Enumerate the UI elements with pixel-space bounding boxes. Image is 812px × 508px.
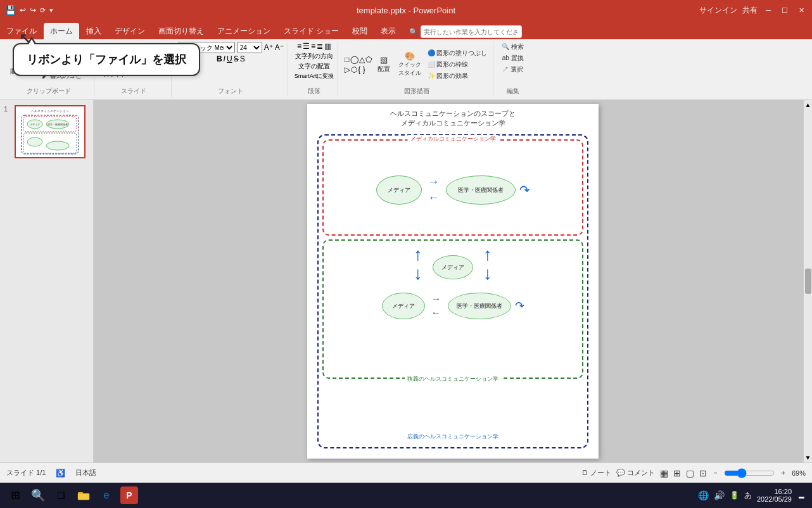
clock: 16:20 <box>757 488 792 495</box>
replace-button[interactable]: ab 置換 <box>500 53 526 63</box>
reading-view-button[interactable]: ▢ <box>686 468 694 478</box>
svg-text:医学・医療関係者: 医学・医療関係者 <box>48 123 68 126</box>
arrow-right-2: → <box>431 293 441 305</box>
arrow-left-1: ← <box>428 191 440 205</box>
accessibility-icon[interactable]: ♿ <box>56 469 65 478</box>
ribbon-tabs: ファイル ホーム 挿入 デザイン 画面切り替え アニメーション スライド ショー… <box>0 20 812 39</box>
right-scrollbar[interactable]: ▲ ▼ <box>803 100 812 462</box>
tab-transitions[interactable]: 画面切り替え <box>152 23 210 39</box>
slides-label: スライド <box>121 87 146 97</box>
task-view-button[interactable]: ❑ <box>52 486 70 504</box>
tab-review[interactable]: 校閲 <box>346 23 374 39</box>
shape-outline-button[interactable]: ⬜ 図形の枠線 <box>426 60 490 70</box>
minimize-button[interactable]: ─ <box>763 4 774 16</box>
justify-button[interactable]: ≣ <box>317 42 323 51</box>
close-button[interactable]: ✕ <box>796 4 807 16</box>
notes-button[interactable]: 🗒 ノート <box>581 468 611 478</box>
normal-view-button[interactable]: ▦ <box>660 468 668 478</box>
taskbar-right: 🌐 🔊 🔋 あ 16:20 2022/05/29 🗕 <box>698 488 806 503</box>
align-right-button[interactable]: ≡ <box>311 42 315 51</box>
ime-indicator[interactable]: あ <box>744 490 752 501</box>
redo-icon[interactable]: ↪ <box>30 6 36 15</box>
media-ellipse-3: メディア <box>382 293 425 319</box>
align-center-button[interactable]: ☰ <box>303 42 310 51</box>
arrow-left-2: ← <box>431 307 441 319</box>
slide-title: ヘルスコミュニケーションのスコープと メディカルコミュニケーション学 <box>307 104 599 131</box>
tab-animations[interactable]: アニメーション <box>211 23 277 39</box>
tab-slideshow[interactable]: スライド ショー <box>277 23 345 39</box>
drawing-label: 図形描画 <box>404 87 429 97</box>
italic-button[interactable]: I <box>224 54 225 63</box>
tab-home[interactable]: ホーム <box>44 23 79 39</box>
maximize-button[interactable]: ☐ <box>779 4 790 16</box>
window-title: template.pptx - PowerPoint <box>357 6 455 15</box>
arrow-down-2: ↓ <box>483 265 492 283</box>
callout-tooltip: ↖ リボンより「ファイル」を選択 <box>13 43 200 76</box>
shape-effect-button[interactable]: ✨ 図形の効果 <box>426 71 490 81</box>
health-box: 狭義のヘルスコミュニケーション学 ↑ ↓ メディア <box>322 239 583 379</box>
quick-style-icon: 🎨 <box>405 51 415 61</box>
scroll-down-button[interactable]: ▼ <box>805 454 811 461</box>
autosave-icon[interactable]: ⟳ <box>40 6 46 15</box>
smartart-button[interactable]: SmartArtに変換 <box>295 72 334 80</box>
slide-sorter-button[interactable]: ⊞ <box>673 468 681 478</box>
bold-button[interactable]: B <box>217 54 222 63</box>
font-label: フォント <box>218 87 243 97</box>
columns-button[interactable]: ▥ <box>324 42 331 51</box>
customize-icon[interactable]: ▾ <box>49 6 53 15</box>
share-button[interactable]: 共有 <box>742 5 758 16</box>
shape-fill-button[interactable]: 🔵 図形の塗りつぶし <box>426 48 490 58</box>
date: 2022/05/29 <box>757 495 792 503</box>
medical-box: メディカルコミュニケーション学 メディア → ← 医学・医療関係者 <box>322 139 583 236</box>
ribbon-search-input[interactable] <box>421 25 522 38</box>
strikethrough-button[interactable]: S̶ <box>234 54 239 63</box>
select-button[interactable]: ↗ 選択 <box>500 65 525 75</box>
broad-label: 広義のヘルスコミュニケーション学 <box>317 433 588 441</box>
text-shadow-button[interactable]: S <box>240 54 245 63</box>
notification-button[interactable]: 🗕 <box>797 490 806 500</box>
slide-thumbnail[interactable]: ヘルスコミュニケーション メディア 医学・医療関係者 <box>15 105 86 158</box>
scroll-up-button[interactable]: ▲ <box>805 101 811 108</box>
tab-view[interactable]: 表示 <box>374 23 402 39</box>
tray-network-icon[interactable]: 🌐 <box>698 490 709 500</box>
arrow-down-1: ↓ <box>414 265 422 283</box>
align-left-button[interactable]: ≡ <box>297 42 301 51</box>
edge-browser-button[interactable]: e <box>98 486 115 504</box>
tab-design[interactable]: デザイン <box>108 23 151 39</box>
drawing-group: □◯ △⬠ ▷⬡ { } ▧ 配置 🎨 クイックスタイル 🔵 図形の塗りつぶし … <box>341 42 493 97</box>
save-icon[interactable]: 💾 <box>5 5 16 15</box>
editing-group: 🔍 検索 ab 置換 ↗ 選択 編集 <box>496 42 530 97</box>
zoom-out-button[interactable]: － <box>712 468 719 478</box>
search-button[interactable]: 🔍 検索 <box>500 42 526 52</box>
text-direction-button[interactable]: 文字列の方向 <box>295 52 333 61</box>
svg-point-7 <box>27 137 42 146</box>
slideshow-button[interactable]: ⊡ <box>699 468 707 478</box>
underline-button[interactable]: U <box>227 54 232 63</box>
text-align-button[interactable]: 文字の配置 <box>298 62 330 71</box>
signin-button[interactable]: サインイン <box>699 5 737 16</box>
slide-canvas: ヘルスコミュニケーションのスコープと メディカルコミュニケーション学 メディカル… <box>307 104 599 459</box>
comments-button[interactable]: 💬 コメント <box>616 468 655 478</box>
titlebar: 💾 ↩ ↪ ⟳ ▾ template.pptx - PowerPoint サイン… <box>0 0 812 20</box>
font-size-select[interactable]: 24 <box>237 42 262 53</box>
scroll-thumb[interactable] <box>805 269 811 294</box>
svg-point-8 <box>46 141 69 150</box>
tab-insert[interactable]: 挿入 <box>80 23 108 39</box>
zoom-in-button[interactable]: ＋ <box>780 468 787 478</box>
tray-volume-icon[interactable]: 🔊 <box>714 490 725 500</box>
increase-font-button[interactable]: A⁺ <box>264 43 273 52</box>
svg-text:メディア: メディア <box>30 123 40 126</box>
arrange-icon: ▧ <box>380 55 388 65</box>
edit-area[interactable]: ヘルスコミュニケーションのスコープと メディカルコミュニケーション学 メディカル… <box>94 100 812 462</box>
media-ellipse-1: メディア <box>376 175 422 205</box>
undo-icon[interactable]: ↩ <box>20 6 26 15</box>
quick-style-button[interactable]: 🎨 クイックスタイル <box>396 50 424 79</box>
zoom-slider[interactable] <box>724 468 775 478</box>
decrease-font-button[interactable]: A⁻ <box>275 43 284 52</box>
file-explorer-button[interactable] <box>75 486 92 504</box>
arrange-button[interactable]: ▧ 配置 <box>374 54 394 75</box>
powerpoint-taskbar-button[interactable]: P <box>120 486 138 504</box>
start-button[interactable]: ⊞ <box>6 486 24 504</box>
tray-battery-icon[interactable]: 🔋 <box>730 491 739 500</box>
taskbar-search[interactable]: 🔍 <box>29 486 47 504</box>
